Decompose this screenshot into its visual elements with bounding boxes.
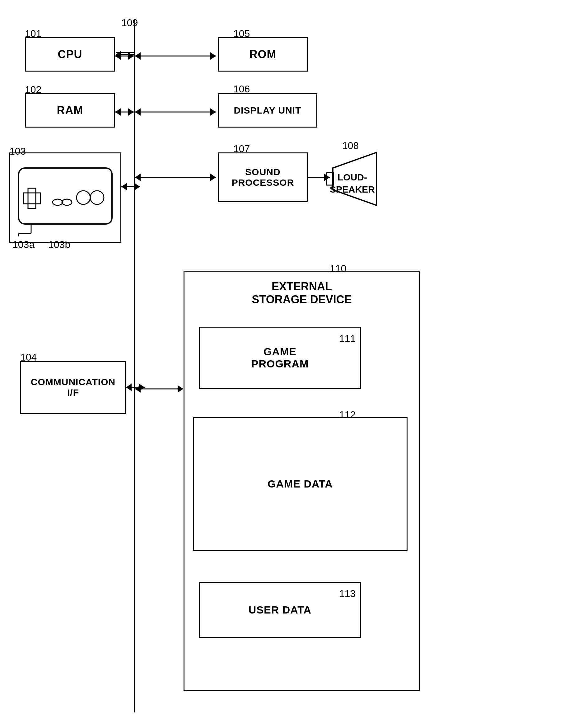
communication-if-box: COMMUNICATIONI/F [20, 361, 126, 414]
ext-storage-arrows [135, 380, 186, 398]
sound-processor-box: SOUNDPROCESSOR [218, 152, 308, 202]
svg-marker-23 [135, 52, 141, 60]
svg-marker-36 [135, 385, 141, 393]
svg-point-11 [77, 191, 90, 204]
svg-marker-26 [135, 108, 141, 116]
display-arrows [135, 103, 219, 121]
ref-112: 112 [339, 409, 356, 421]
ref-113: 113 [339, 588, 356, 600]
svg-marker-29 [135, 174, 141, 181]
user-data-box: USER DATA [199, 582, 361, 638]
ref-103: 103 [9, 146, 26, 157]
ref-104: 104 [20, 352, 37, 363]
svg-marker-24 [210, 52, 216, 60]
ref-103b: 103b [48, 239, 70, 250]
ram-arrows [115, 103, 137, 121]
ref-102: 102 [25, 84, 41, 96]
diagram: 109 CPU 101 RAM 102 [0, 0, 564, 728]
svg-point-9 [53, 199, 63, 205]
ref-105: 105 [233, 28, 250, 40]
svg-marker-30 [210, 174, 216, 181]
svg-marker-34 [324, 174, 330, 181]
svg-marker-5 [128, 108, 134, 116]
svg-marker-2 [128, 52, 134, 60]
cpu-box: CPU [25, 37, 115, 72]
external-storage-label: EXTERNALSTORAGE DEVICE [212, 280, 392, 306]
game-program-box: GAMEPROGRAM [199, 327, 361, 389]
ref-107: 107 [233, 143, 250, 155]
loudspeaker-label: LOUD-SPEAKER [330, 171, 375, 195]
bus-line [134, 19, 135, 712]
controller-box [9, 152, 121, 243]
game-data-box: GAME DATA [193, 417, 408, 551]
ref-101: 101 [25, 28, 41, 40]
svg-point-10 [62, 199, 72, 205]
svg-rect-6 [19, 168, 112, 224]
svg-rect-7 [28, 188, 36, 208]
ref-110: 110 [330, 263, 346, 274]
svg-marker-27 [210, 108, 216, 116]
ref-109: 109 [121, 17, 138, 29]
svg-marker-17 [121, 183, 127, 190]
ref-108: 108 [342, 140, 359, 152]
rom-box: ROM [218, 37, 308, 72]
ref-106: 106 [233, 83, 250, 95]
ref-111: 111 [339, 333, 356, 344]
controller-svg [16, 159, 115, 236]
svg-marker-20 [126, 384, 132, 391]
svg-marker-37 [178, 385, 183, 393]
svg-marker-4 [115, 108, 121, 116]
display-unit-box: DISPLAY UNIT [218, 93, 317, 128]
sound-arrows [135, 168, 219, 187]
svg-rect-8 [23, 193, 40, 204]
sound-speaker-arrow [308, 168, 333, 187]
svg-marker-1 [115, 52, 121, 60]
rom-arrows [135, 47, 219, 65]
ref-103a: 103a [12, 239, 35, 250]
cpu-arrows [115, 47, 137, 65]
ram-box: RAM [25, 93, 115, 128]
svg-point-12 [90, 191, 104, 204]
